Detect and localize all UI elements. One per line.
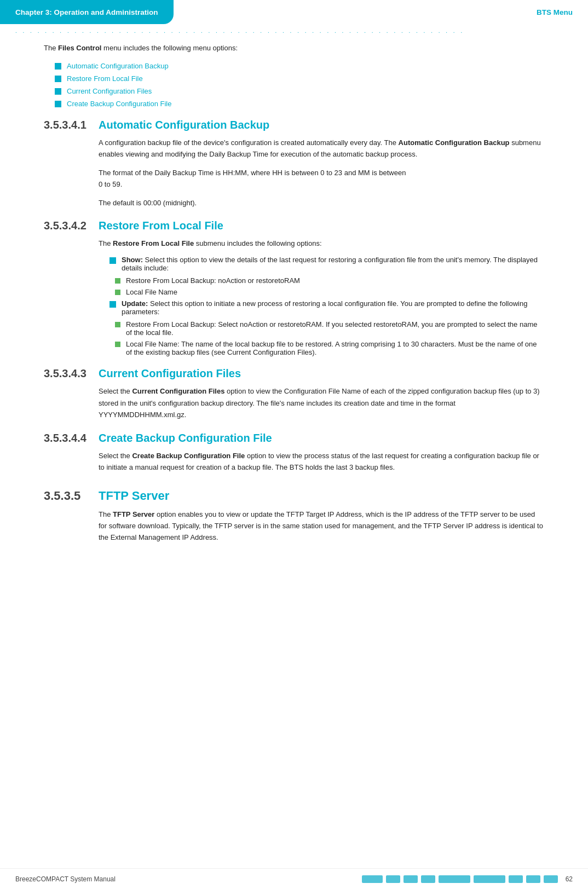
section-title: Current Configuration Files — [99, 367, 241, 380]
menu-item-label[interactable]: Current Configuration Files — [67, 87, 152, 95]
list-item: Local File Name — [115, 288, 544, 296]
chapter-tab-label: Chapter 3: Operation and Administration — [15, 8, 158, 16]
update-bullet-text: Update: Select this option to initiate a… — [122, 299, 544, 316]
footer-color-block — [509, 875, 523, 883]
update-sub-list: Restore From Local Backup: Select noActi… — [115, 320, 544, 356]
section-3-5-3-4-1-body1: A configuration backup file of the devic… — [99, 137, 544, 160]
footer-color-block — [362, 875, 383, 883]
section-3-5-3-4-1-body2: The format of the Daily Backup Time is H… — [99, 167, 544, 190]
footer-color-block — [403, 875, 418, 883]
show-bullet-text: Show: Select this option to view the det… — [122, 256, 544, 272]
blue-square-icon — [55, 88, 61, 95]
footer-left-label: BreezeCOMPACT System Manual — [0, 875, 116, 883]
list-item: Automatic Configuration Backup — [55, 62, 544, 70]
blue-square-icon — [109, 301, 116, 308]
section-3-5-3-5-body: The TFTP Server option enables you to vi… — [99, 509, 544, 544]
section-number: 3.5.3.4.1 — [44, 119, 93, 131]
chapter-tab: Chapter 3: Operation and Administration — [0, 0, 174, 24]
footer-color-block — [439, 875, 470, 883]
list-item: Create Backup Configuration File — [55, 100, 544, 108]
footer-right: 62 — [362, 875, 588, 883]
green-square-icon — [115, 290, 120, 295]
update-bullet-list: Update: Select this option to initiate a… — [109, 299, 544, 316]
list-item: Update: Select this option to initiate a… — [109, 299, 544, 316]
blue-square-icon — [55, 63, 61, 70]
menu-item-label[interactable]: Create Backup Configuration File — [67, 100, 172, 108]
list-item: Restore From Local Backup: noAction or r… — [115, 276, 544, 285]
section-3-5-3-4-2-intro: The Restore From Local File submenu incl… — [99, 238, 544, 249]
footer-color-block — [421, 875, 435, 883]
footer-page-number: 62 — [566, 875, 573, 883]
section-number: 3.5.3.4.3 — [44, 367, 93, 380]
list-item: Restore From Local Backup: Select noActi… — [115, 320, 544, 337]
section-3-5-3-5-header: 3.5.3.5 TFTP Server — [44, 489, 544, 503]
footer-color-block — [474, 875, 505, 883]
section-title: Automatic Configuration Backup — [99, 119, 269, 131]
menu-item-label[interactable]: Restore From Local File — [67, 74, 143, 83]
section-3-5-3-4-1-header: 3.5.3.4.1 Automatic Configuration Backup — [44, 119, 544, 131]
files-control-bold: Files Control — [58, 44, 101, 52]
restore-bullet-list: Show: Select this option to view the det… — [109, 256, 544, 272]
section-title: TFTP Server — [99, 489, 169, 503]
section-3-5-3-4-1-body3: The default is 00:00 (midnight). — [99, 197, 544, 209]
blue-square-icon — [55, 76, 61, 82]
header: Chapter 3: Operation and Administration … — [0, 0, 588, 24]
sub-item-text: Local File Name — [126, 288, 177, 296]
main-content: The Files Control menu includes the foll… — [0, 43, 588, 544]
section-number: 3.5.3.5 — [44, 489, 93, 503]
blue-square-icon — [55, 101, 61, 107]
menu-item-label[interactable]: Automatic Configuration Backup — [67, 62, 169, 70]
blue-square-icon — [109, 257, 116, 264]
green-square-icon — [115, 322, 120, 327]
green-square-icon — [115, 278, 120, 284]
menu-items-list: Automatic Configuration Backup Restore F… — [55, 62, 544, 108]
list-item: Restore From Local File — [55, 74, 544, 83]
section-3-5-3-4-3-body: Select the Current Configuration Files o… — [99, 385, 544, 420]
intro-paragraph: The Files Control menu includes the foll… — [44, 43, 544, 54]
section-3-5-3-4-2-header: 3.5.3.4.2 Restore From Local File — [44, 220, 544, 232]
section-3-5-3-4-3-header: 3.5.3.4.3 Current Configuration Files — [44, 367, 544, 380]
green-square-icon — [115, 342, 120, 347]
footer: BreezeCOMPACT System Manual 62 — [0, 868, 588, 889]
section-number: 3.5.3.4.2 — [44, 220, 93, 232]
section-3-5-3-4-4-header: 3.5.3.4.4 Create Backup Configuration Fi… — [44, 432, 544, 444]
list-item: Local File Name: The name of the local b… — [115, 340, 544, 356]
header-right-label: BTS Menu — [537, 8, 588, 16]
sub-item-text: Restore From Local Backup: noAction or r… — [126, 276, 300, 285]
section-title: Create Backup Configuration File — [99, 432, 272, 444]
dots-decoration: . . . . . . . . . . . . . . . . . . . . … — [15, 28, 573, 34]
footer-color-block — [386, 875, 400, 883]
section-3-5-3-4-4-body: Select the Create Backup Configuration F… — [99, 450, 544, 474]
footer-color-block — [544, 875, 558, 883]
list-item: Show: Select this option to view the det… — [109, 256, 544, 272]
show-sub-list: Restore From Local Backup: noAction or r… — [115, 276, 544, 296]
list-item: Current Configuration Files — [55, 87, 544, 95]
dotted-divider: . . . . . . . . . . . . . . . . . . . . … — [0, 24, 588, 34]
footer-color-block — [526, 875, 540, 883]
section-number: 3.5.3.4.4 — [44, 432, 93, 444]
current-config-files-link[interactable]: Current Configuration Files — [227, 348, 312, 356]
sub-item-text: Local File Name: The name of the local b… — [126, 340, 544, 356]
section-title: Restore From Local File — [99, 220, 223, 232]
sub-item-text: Restore From Local Backup: Select noActi… — [126, 320, 544, 337]
